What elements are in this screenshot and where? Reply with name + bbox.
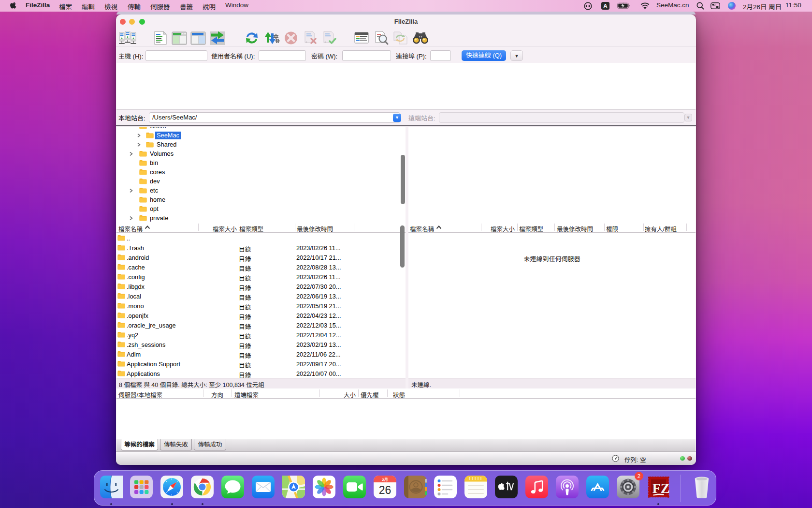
svg-text:FZ: FZ	[652, 480, 669, 496]
svg-text:2月: 2月	[382, 477, 388, 482]
svg-text:26: 26	[378, 484, 391, 496]
